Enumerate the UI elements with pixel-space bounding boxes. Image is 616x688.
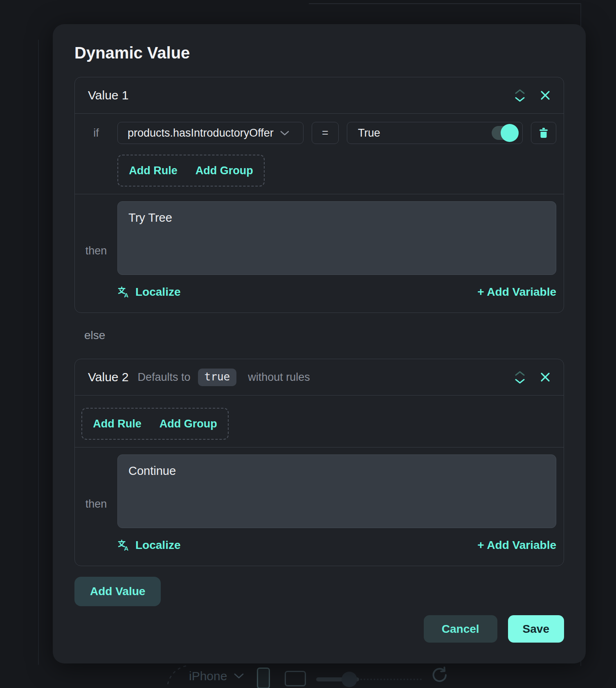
remove-value-button[interactable] <box>540 372 551 382</box>
reorder-up-chevron-icon <box>515 89 525 94</box>
refresh-icon[interactable] <box>430 666 447 684</box>
svg-text:A: A <box>124 292 128 298</box>
rules-section: Add Rule Add Group <box>75 396 564 447</box>
portrait-orientation-icon[interactable] <box>257 668 270 688</box>
slider-track-dotted <box>360 679 422 680</box>
condition-row: products.hasIntroductoryOffer = True <box>117 122 556 144</box>
reorder-up-chevron-icon <box>515 371 525 376</box>
add-rule-group-box: Add Rule Add Group <box>117 155 265 187</box>
zoom-slider[interactable] <box>316 672 423 687</box>
preview-toolbar: iPhone <box>0 666 616 688</box>
condition-field-value: products.hasIntroductoryOffer <box>128 127 274 139</box>
background-panel-left-edge <box>38 40 39 665</box>
add-group-button[interactable]: Add Group <box>196 164 253 177</box>
dropdown-chevron-icon <box>280 130 289 136</box>
operator-value: = <box>322 127 328 139</box>
operator-box[interactable]: = <box>312 122 339 144</box>
boolean-toggle[interactable] <box>492 126 517 140</box>
value-name: Value 2 <box>88 370 129 384</box>
add-value-button[interactable]: Add Value <box>74 577 161 606</box>
if-label: if <box>75 122 117 187</box>
add-rule-button[interactable]: Add Rule <box>129 164 178 177</box>
localize-label: Localize <box>135 539 180 552</box>
then-label: then <box>75 201 117 313</box>
default-value-chip: true <box>198 369 237 386</box>
translate-icon: A <box>117 539 130 551</box>
then-section: then Continue A Localize + Add V <box>75 447 564 566</box>
localize-label: Localize <box>135 286 180 299</box>
else-label: else <box>84 328 564 342</box>
device-label: iPhone <box>189 669 227 683</box>
add-variable-button[interactable]: + Add Variable <box>477 539 556 552</box>
value-name: Value 1 <box>88 88 129 102</box>
localize-row: A Localize + Add Variable <box>117 286 556 299</box>
translate-icon: A <box>117 286 130 298</box>
close-icon <box>540 372 551 382</box>
delete-rule-button[interactable] <box>531 122 556 144</box>
add-group-button[interactable]: Add Group <box>160 418 217 430</box>
page-title: Dynamic Value <box>74 43 564 63</box>
if-section: if products.hasIntroductoryOffer = True <box>75 114 564 194</box>
defaults-prefix: Defaults to <box>138 371 191 384</box>
reorder-down-chevron-icon <box>515 379 525 384</box>
add-variable-button[interactable]: + Add Variable <box>477 286 556 299</box>
add-rule-group-box: Add Rule Add Group <box>81 408 229 440</box>
localize-button[interactable]: A Localize <box>117 539 180 552</box>
cancel-button[interactable]: Cancel <box>424 615 497 643</box>
value-card-2: Value 2 Defaults to true without rules <box>74 359 564 566</box>
then-section: then Try Tree A Localize + Add V <box>75 194 564 313</box>
localize-button[interactable]: A Localize <box>117 286 180 299</box>
header-controls <box>515 89 551 102</box>
background-panel-top-edge <box>309 3 580 4</box>
value-card-1: Value 1 if <box>74 77 564 313</box>
chevron-down-icon <box>234 673 244 679</box>
add-rule-button[interactable]: Add Rule <box>93 418 142 430</box>
header-controls <box>515 371 551 384</box>
condition-field-dropdown[interactable]: products.hasIntroductoryOffer <box>117 122 304 144</box>
toggle-knob <box>501 124 519 142</box>
save-button[interactable]: Save <box>508 615 564 643</box>
svg-text:A: A <box>124 545 128 551</box>
value-1-header: Value 1 <box>75 77 564 114</box>
localize-row: A Localize + Add Variable <box>117 539 556 552</box>
then-value-textarea[interactable]: Try Tree <box>117 201 556 275</box>
trash-icon <box>537 127 550 139</box>
dynamic-value-modal: Dynamic Value Value 1 <box>53 24 586 663</box>
close-icon <box>540 90 551 101</box>
reorder-down-chevron-icon <box>515 97 525 102</box>
condition-value-field[interactable]: True <box>347 122 523 144</box>
reorder-control[interactable] <box>515 89 525 102</box>
device-selector[interactable]: iPhone <box>189 669 244 683</box>
then-value-textarea[interactable]: Continue <box>117 454 556 528</box>
then-label: then <box>75 454 117 566</box>
modal-footer: Cancel Save <box>74 615 564 643</box>
landscape-orientation-icon[interactable] <box>285 671 306 686</box>
slider-knob[interactable] <box>342 672 357 687</box>
value-2-header: Value 2 Defaults to true without rules <box>75 359 564 396</box>
reorder-control[interactable] <box>515 371 525 384</box>
defaults-suffix: without rules <box>248 371 310 384</box>
condition-value: True <box>358 127 380 139</box>
remove-value-button[interactable] <box>540 90 551 101</box>
